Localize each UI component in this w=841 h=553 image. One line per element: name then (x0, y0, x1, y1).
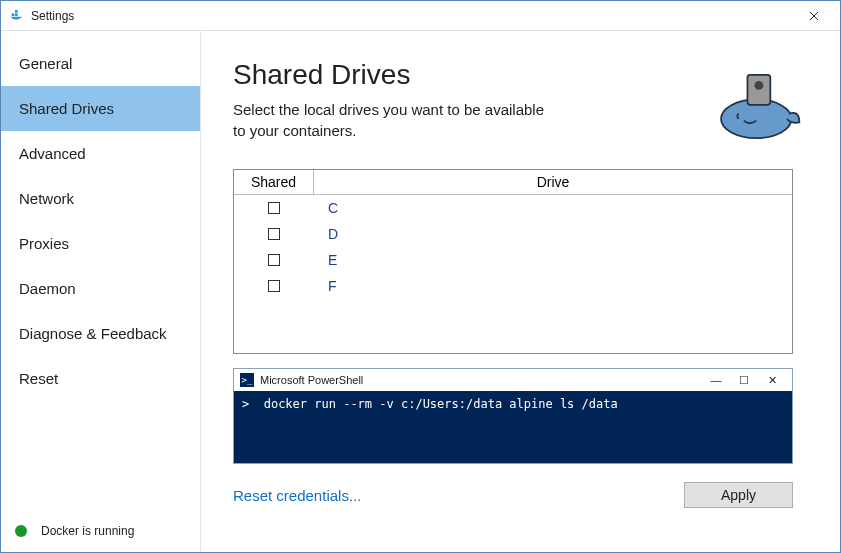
close-icon: ✕ (758, 374, 786, 387)
reset-credentials-link[interactable]: Reset credentials... (233, 487, 361, 504)
column-header-drive: Drive (314, 170, 792, 194)
sidebar-item-daemon[interactable]: Daemon (1, 266, 200, 311)
drive-label: F (314, 278, 337, 294)
table-row: D (234, 221, 792, 247)
sidebar-item-diagnose-feedback[interactable]: Diagnose & Feedback (1, 311, 200, 356)
maximize-icon: ☐ (730, 374, 758, 387)
svg-point-5 (754, 81, 763, 90)
powershell-titlebar: >_ Microsoft PowerShell — ☐ ✕ (234, 369, 792, 391)
window-body: General Shared Drives Advanced Network P… (1, 31, 840, 552)
settings-window: Settings General Shared Drives Advanced … (0, 0, 841, 553)
drive-label: E (314, 252, 337, 268)
table-row: E (234, 247, 792, 273)
window-title: Settings (31, 9, 792, 23)
sidebar-item-reset[interactable]: Reset (1, 356, 200, 401)
status-dot-icon (15, 525, 27, 537)
drives-header: Shared Drive (234, 170, 792, 195)
page-subtitle: Select the local drives you want to be a… (233, 99, 553, 141)
share-checkbox-d[interactable] (268, 228, 280, 240)
minimize-icon: — (702, 374, 730, 386)
sidebar-items: General Shared Drives Advanced Network P… (1, 31, 200, 510)
svg-rect-1 (15, 13, 18, 16)
powershell-example: >_ Microsoft PowerShell — ☐ ✕ > docker r… (233, 368, 793, 464)
svg-rect-2 (15, 10, 18, 13)
sidebar-item-advanced[interactable]: Advanced (1, 131, 200, 176)
whale-illustration-icon (714, 59, 802, 147)
status-text: Docker is running (41, 524, 134, 538)
sidebar: General Shared Drives Advanced Network P… (1, 31, 201, 552)
titlebar: Settings (1, 1, 840, 31)
status-row: Docker is running (1, 510, 200, 552)
sidebar-item-network[interactable]: Network (1, 176, 200, 221)
drives-table: Shared Drive C D E (233, 169, 793, 354)
drive-label: C (314, 200, 338, 216)
apply-button[interactable]: Apply (684, 482, 793, 508)
svg-rect-0 (12, 13, 15, 16)
powershell-terminal: > docker run --rm -v c:/Users:/data alpi… (234, 391, 792, 463)
table-row: F (234, 273, 792, 299)
footer-row: Reset credentials... Apply (233, 482, 793, 508)
share-checkbox-f[interactable] (268, 280, 280, 292)
close-button[interactable] (792, 2, 836, 30)
drive-label: D (314, 226, 338, 242)
sidebar-item-shared-drives[interactable]: Shared Drives (1, 86, 200, 131)
sidebar-item-general[interactable]: General (1, 41, 200, 86)
main-panel: Shared Drives Select the local drives yo… (201, 31, 840, 552)
powershell-icon: >_ (240, 373, 254, 387)
drives-body: C D E F (234, 195, 792, 353)
docker-icon (9, 8, 25, 24)
share-checkbox-e[interactable] (268, 254, 280, 266)
table-row: C (234, 195, 792, 221)
sidebar-item-proxies[interactable]: Proxies (1, 221, 200, 266)
column-header-shared: Shared (234, 170, 314, 194)
share-checkbox-c[interactable] (268, 202, 280, 214)
powershell-title: Microsoft PowerShell (260, 374, 363, 386)
